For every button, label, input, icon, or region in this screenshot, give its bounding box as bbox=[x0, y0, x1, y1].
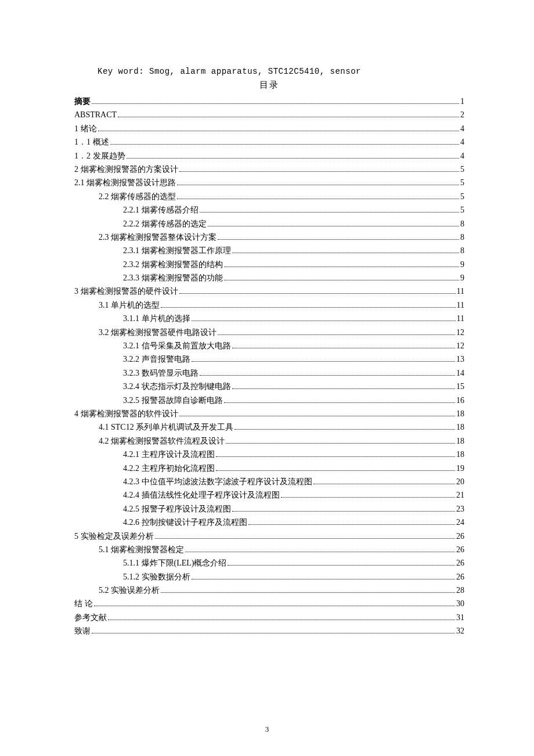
toc-entry: 1．2 发展趋势4 bbox=[74, 150, 464, 163]
toc-leader-dots bbox=[155, 538, 456, 539]
toc-leader-dots bbox=[179, 171, 460, 172]
toc-entry: 5.1.1 爆炸下限(LEL)概念介绍26 bbox=[74, 557, 464, 570]
toc-entry-page: 18 bbox=[456, 421, 464, 434]
toc-leader-dots bbox=[248, 524, 456, 525]
toc-entry-page: 4 bbox=[460, 136, 464, 149]
toc-entry-label: 4 烟雾检测报警器的软件设计 bbox=[74, 408, 178, 420]
toc-leader-dots bbox=[200, 212, 460, 213]
toc-leader-dots bbox=[232, 511, 456, 512]
table-of-contents: 摘要1ABSTRACT21 绪论41．1 概述41．2 发展趋势42 烟雾检测报… bbox=[74, 95, 464, 638]
toc-leader-dots bbox=[118, 117, 459, 117]
toc-entry-label: 3 烟雾检测报警器的硬件设计 bbox=[74, 285, 178, 298]
toc-leader-dots bbox=[228, 565, 455, 566]
toc-entry-label: 4.2.2 主程序初始化流程图 bbox=[123, 462, 215, 475]
toc-entry: 4.2 烟雾检测报警器软件流程及设计18 bbox=[74, 435, 464, 448]
toc-entry-page: 20 bbox=[456, 476, 464, 488]
toc-leader-dots bbox=[200, 375, 456, 376]
toc-entry: 参考文献31 bbox=[74, 611, 464, 624]
toc-entry-page: 9 bbox=[460, 272, 464, 285]
toc-entry-label: 3.2.1 信号采集及前置放大电路 bbox=[123, 340, 231, 352]
toc-leader-dots bbox=[232, 348, 456, 348]
toc-entry-label: 5.1 烟雾检测报警器检定 bbox=[99, 543, 184, 556]
toc-entry-label: 5.2 实验误差分析 bbox=[99, 584, 160, 597]
toc-leader-dots bbox=[192, 321, 456, 321]
toc-entry-label: 3.2.4 状态指示灯及控制键电路 bbox=[123, 380, 231, 393]
toc-entry-page: 5 bbox=[460, 204, 464, 217]
toc-entry: 2.3.1 烟雾检测报警器工作原理8 bbox=[74, 244, 464, 257]
toc-entry-page: 5 bbox=[460, 177, 464, 189]
toc-entry-label: 3.2.5 报警器故障自诊断电路 bbox=[123, 394, 223, 407]
toc-entry-page: 14 bbox=[456, 367, 464, 380]
toc-entry-page: 19 bbox=[456, 462, 464, 475]
toc-entry-page: 21 bbox=[456, 489, 464, 502]
toc-entry-page: 12 bbox=[456, 340, 464, 352]
toc-leader-dots bbox=[192, 361, 456, 362]
toc-entry: 3.1.1 单片机的选择11 bbox=[74, 312, 464, 325]
toc-entry: 2.2.1 烟雾传感器介绍5 bbox=[74, 204, 464, 217]
toc-entry-page: 32 bbox=[456, 625, 464, 638]
toc-entry-label: ABSTRACT bbox=[74, 109, 117, 121]
toc-entry: 5.1 烟雾检测报警器检定26 bbox=[74, 543, 464, 556]
toc-leader-dots bbox=[226, 443, 455, 444]
toc-entry: 致谢32 bbox=[74, 625, 464, 638]
toc-entry-label: 2.2 烟雾传感器的选型 bbox=[99, 190, 176, 203]
toc-entry-label: 4.2.1 主程序设计及流程图 bbox=[123, 448, 215, 461]
toc-leader-dots bbox=[224, 280, 460, 280]
toc-leader-dots bbox=[177, 199, 459, 199]
toc-leader-dots bbox=[185, 552, 455, 552]
toc-entry: 1．1 概述4 bbox=[74, 136, 464, 149]
toc-entry: 4.2.1 主程序设计及流程图18 bbox=[74, 448, 464, 461]
toc-entry: 4.2.3 中位值平均滤波法数字滤波子程序设计及流程图20 bbox=[74, 476, 464, 488]
toc-entry-page: 9 bbox=[460, 258, 464, 271]
toc-entry-label: 2.2.1 烟雾传感器介绍 bbox=[123, 204, 199, 217]
toc-entry-page: 1 bbox=[460, 95, 464, 108]
toc-leader-dots bbox=[94, 606, 456, 606]
toc-leader-dots bbox=[216, 470, 456, 471]
toc-entry: 1 绪论4 bbox=[74, 123, 464, 135]
toc-entry-label: 2 烟雾检测报警器的方案设计 bbox=[74, 163, 178, 176]
toc-entry-page: 5 bbox=[460, 190, 464, 203]
toc-entry-page: 26 bbox=[456, 543, 464, 556]
toc-entry-page: 16 bbox=[456, 394, 464, 407]
toc-entry-page: 4 bbox=[460, 150, 464, 163]
toc-entry-label: 2.1 烟雾检测报警器设计思路 bbox=[74, 177, 176, 189]
toc-leader-dots bbox=[108, 620, 455, 620]
toc-entry-label: 致谢 bbox=[74, 625, 91, 638]
toc-entry-label: 3.2.2 声音报警电路 bbox=[123, 353, 190, 366]
toc-entry-label: 1．1 概述 bbox=[74, 136, 109, 149]
toc-entry: 3.2.5 报警器故障自诊断电路16 bbox=[74, 394, 464, 407]
toc-leader-dots bbox=[208, 226, 460, 226]
toc-entry: 2.2 烟雾传感器的选型5 bbox=[74, 190, 464, 203]
toc-entry-label: 4.2 烟雾检测报警器软件流程及设计 bbox=[99, 435, 225, 448]
toc-entry-label: 2.3.2 烟雾检测报警器的结构 bbox=[123, 258, 223, 271]
toc-leader-dots bbox=[313, 484, 456, 484]
toc-entry-page: 30 bbox=[456, 597, 464, 610]
toc-entry: 3.2.4 状态指示灯及控制键电路15 bbox=[74, 380, 464, 393]
toc-entry-label: 4.2.4 插值法线性化处理子程序设计及流程图 bbox=[123, 489, 280, 502]
page-number: 3 bbox=[0, 725, 534, 734]
toc-entry: 3.2.3 数码管显示电路14 bbox=[74, 367, 464, 380]
toc-entry-label: 4.2.3 中位值平均滤波法数字滤波子程序设计及流程图 bbox=[123, 476, 312, 488]
toc-entry: 5 实验检定及误差分析26 bbox=[74, 530, 464, 543]
toc-entry-page: 11 bbox=[457, 312, 464, 325]
toc-leader-dots bbox=[218, 239, 459, 240]
toc-leader-dots bbox=[161, 307, 456, 308]
toc-entry-page: 11 bbox=[457, 299, 464, 312]
toc-entry-label: 4.1 STC12 系列单片机调试及开发工具 bbox=[99, 421, 233, 434]
toc-leader-dots bbox=[224, 402, 456, 403]
toc-leader-dots bbox=[232, 388, 456, 389]
toc-entry-label: 2.3 烟雾检测报警器整体设计方案 bbox=[99, 231, 217, 244]
toc-entry: 3 烟雾检测报警器的硬件设计11 bbox=[74, 285, 464, 298]
toc-entry: ABSTRACT2 bbox=[74, 109, 464, 121]
toc-entry-label: 4.2.6 控制按键设计子程序及流程图 bbox=[123, 516, 247, 529]
toc-leader-dots bbox=[92, 633, 455, 633]
toc-entry-label: 1 绪论 bbox=[74, 123, 97, 135]
toc-entry: 3.2.2 声音报警电路13 bbox=[74, 353, 464, 366]
toc-entry-label: 5.1.2 实验数据分析 bbox=[123, 571, 190, 584]
toc-entry: 2.2.2 烟雾传感器的选定8 bbox=[74, 218, 464, 231]
toc-entry-page: 18 bbox=[456, 435, 464, 448]
toc-leader-dots bbox=[179, 293, 456, 294]
toc-entry-label: 2.2.2 烟雾传感器的选定 bbox=[123, 218, 207, 231]
toc-entry: 4.2.4 插值法线性化处理子程序设计及流程图21 bbox=[74, 489, 464, 502]
toc-leader-dots bbox=[281, 497, 456, 498]
